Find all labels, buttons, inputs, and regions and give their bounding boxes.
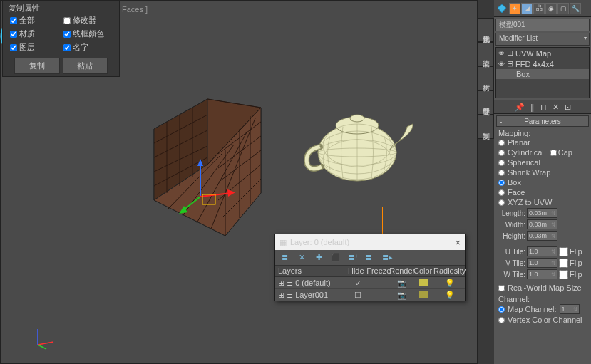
radio-xyz[interactable]: XYZ to UVW — [498, 197, 587, 207]
radio-vertexcolor[interactable]: Vertex Color Channel — [498, 315, 587, 325]
command-panel-tabs: ✦ ◢ 品 ◉ ▢ 🔧 — [494, 0, 591, 17]
viewport-label: Faces ] — [122, 5, 148, 14]
check-name[interactable]: 名字 — [63, 42, 88, 53]
layer-row[interactable]: ⊞ ≣ Layer001 ☐ — 📷 💡 — [275, 289, 465, 301]
modify-tab-icon[interactable]: ◢ — [521, 3, 533, 14]
radio-shrinkwrap[interactable]: Shrink Wrap — [498, 167, 587, 177]
hierarchy-tab-icon[interactable]: 品 — [533, 3, 545, 14]
svg-point-33 — [350, 115, 364, 122]
wedge-object[interactable] — [147, 86, 268, 257]
mapping-label: Mapping: — [498, 129, 587, 137]
close-icon[interactable]: × — [455, 237, 461, 248]
mapchannel-spinner[interactable]: 1 — [560, 304, 580, 314]
new-layer-icon[interactable]: ≣ — [279, 253, 289, 263]
utilities-tab-icon[interactable]: 🔧 — [570, 3, 581, 14]
render-toggle[interactable]: 📷 — [391, 290, 413, 301]
check-modifier[interactable]: 修改器 — [63, 15, 96, 26]
eye-icon[interactable]: 👁 — [498, 50, 505, 57]
layer-columns-header: Layers Hide Freeze Render Color Radiosit… — [275, 266, 465, 277]
parameters-rollout-header[interactable]: Parameters — [496, 115, 589, 127]
stack-toolbar: 📌 ‖ ⊓ ✕ ⊡ — [494, 100, 591, 114]
check-layer[interactable]: 图层 — [10, 42, 35, 53]
copy-button[interactable]: 复制 — [14, 58, 60, 74]
freeze-toggle[interactable]: — — [369, 278, 391, 288]
radio-mapchannel[interactable]: Map Channel:1 — [498, 303, 587, 315]
object-name-field[interactable]: 模型001 — [495, 19, 590, 31]
modifier-list-dropdown[interactable]: Modifier List — [495, 33, 590, 46]
color-swatch[interactable] — [413, 279, 435, 287]
side-tab-strip: 场景优化 渲染 材质 文件管理 复制 — [477, 18, 494, 139]
check-wirecolor[interactable]: 线框颜色 — [63, 28, 104, 39]
stack-item-ffd: 👁⊞FFD 4x4x4 — [496, 58, 589, 69]
height-spinner[interactable]: 0.03m — [527, 231, 557, 241]
hide-toggle[interactable]: ☐ — [347, 290, 369, 301]
radio-spherical[interactable]: Spherical — [498, 157, 587, 167]
layer-toolbar: ≣ ✕ ✚ ⬛ ≣⁺ ≣⁻ ≣▸ — [275, 250, 465, 266]
layer-dialog-title: Layer: 0 (default) — [290, 238, 349, 246]
modifier-stack[interactable]: 👁⊞UVW Map 👁⊞FFD 4x4x4 Box — [495, 47, 590, 98]
hide-layer-icon[interactable]: ≣⁻ — [365, 253, 375, 263]
tab-scene-optimize[interactable]: 场景优化 — [477, 18, 494, 42]
stack-item-uvwmap: 👁⊞UVW Map — [496, 48, 589, 58]
radio-cylindrical[interactable]: CylindricalCap — [498, 147, 587, 157]
check-all[interactable]: 全部 — [10, 15, 35, 26]
command-panel: ✦ ◢ 品 ◉ ▢ 🔧 模型001 Modifier List 👁⊞UVW Ma… — [494, 0, 591, 364]
tab-material[interactable]: 材质 — [477, 66, 494, 90]
teapot-object[interactable] — [300, 97, 421, 189]
layer-dialog-icon: ▦ — [279, 238, 287, 247]
eye-icon[interactable]: 👁 — [498, 61, 505, 68]
diamond-icon — [495, 2, 508, 15]
copy-attributes-panel: 复制属性 全部 修改器 材质 线框颜色 图层 名字 复制 粘贴 — [2, 0, 120, 77]
remove-icon[interactable]: ✕ — [553, 103, 559, 112]
realworld-checkbox[interactable]: Real-World Map Size — [498, 283, 587, 293]
motion-tab-icon[interactable]: ◉ — [545, 3, 557, 14]
configure-icon[interactable]: ⊡ — [565, 103, 571, 112]
show-result-icon[interactable]: ‖ — [530, 103, 535, 112]
radiosity-toggle[interactable]: 💡 — [435, 278, 465, 288]
layer-row[interactable]: ⊞ ≣ 0 (default) ✓ — 📷 💡 — [275, 277, 465, 289]
tab-copy[interactable]: 复制 — [477, 115, 494, 139]
display-tab-icon[interactable]: ▢ — [557, 3, 569, 14]
svg-line-40 — [38, 342, 53, 345]
layer-props-icon[interactable]: ≣▸ — [382, 253, 392, 263]
vflip-checkbox[interactable]: Flip — [559, 259, 582, 268]
hide-toggle[interactable]: ✓ — [347, 278, 369, 288]
select-layer-icon[interactable]: ⬛ — [331, 253, 341, 263]
create-tab-icon[interactable]: ✦ — [509, 3, 520, 14]
cap-checkbox[interactable] — [550, 150, 557, 156]
channel-label: Channel: — [498, 295, 587, 303]
uflip-checkbox[interactable]: Flip — [559, 247, 582, 256]
width-spinner[interactable]: 0.03m — [527, 219, 557, 229]
radio-planar[interactable]: Planar — [498, 137, 587, 147]
pin-icon[interactable]: 📌 — [515, 103, 525, 112]
utile-spinner[interactable]: 1.0 — [527, 246, 557, 256]
freeze-toggle[interactable]: — — [369, 290, 391, 300]
highlight-layer-icon[interactable]: ≣⁺ — [348, 253, 358, 263]
vtile-spinner[interactable]: 1.0 — [527, 258, 557, 268]
tab-render[interactable]: 渲染 — [477, 42, 494, 66]
stack-item-box: Box — [496, 69, 589, 79]
layer-dialog[interactable]: ▦ Layer: 0 (default) × ≣ ✕ ✚ ⬛ ≣⁺ ≣⁻ ≣▸ … — [274, 234, 466, 301]
tab-file-manage[interactable]: 文件管理 — [477, 90, 494, 115]
wflip-checkbox[interactable]: Flip — [559, 270, 582, 279]
layer-dialog-titlebar[interactable]: ▦ Layer: 0 (default) × — [275, 234, 465, 250]
axis-tripod-icon — [32, 325, 58, 350]
make-unique-icon[interactable]: ⊓ — [540, 103, 547, 112]
add-to-layer-icon[interactable]: ✚ — [314, 253, 324, 263]
copy-panel-title: 复制属性 — [3, 1, 119, 14]
render-toggle[interactable]: 📷 — [391, 278, 413, 288]
paste-button[interactable]: 粘贴 — [63, 58, 108, 74]
radio-face[interactable]: Face — [498, 187, 587, 197]
svg-line-41 — [38, 345, 46, 349]
wtile-spinner[interactable]: 1.0 — [527, 269, 557, 279]
radio-box[interactable]: Box — [498, 177, 587, 187]
radiosity-toggle[interactable]: 💡 — [435, 290, 465, 301]
svg-marker-46 — [498, 4, 506, 13]
check-material[interactable]: 材质 — [10, 28, 35, 39]
color-swatch[interactable] — [413, 291, 435, 299]
delete-layer-icon[interactable]: ✕ — [297, 253, 307, 263]
length-spinner[interactable]: 0.03m — [527, 208, 557, 218]
